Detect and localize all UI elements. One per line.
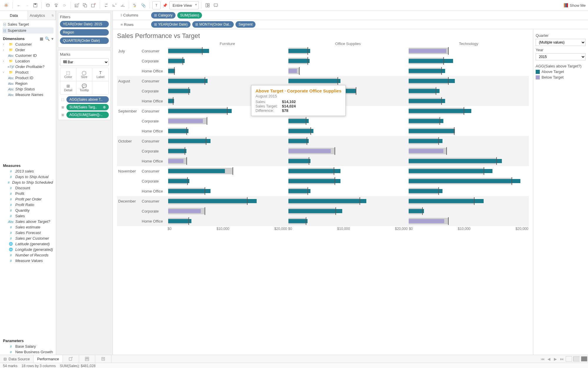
show-filmstrip-icon[interactable]	[573, 356, 580, 362]
bar-cell[interactable]	[288, 157, 409, 165]
new-datasource-icon[interactable]	[44, 1, 52, 9]
datasource-item[interactable]: ⌸Superstore	[2, 27, 54, 34]
field-quantity[interactable]: #Quantity	[0, 208, 56, 213]
group-icon[interactable]: 📎	[140, 1, 147, 9]
bar-cell[interactable]	[409, 157, 529, 165]
viz-canvas[interactable]: Sales Performance vs Target FurnitureOff…	[113, 29, 533, 355]
field-order[interactable]: ›📁Order	[0, 47, 56, 53]
tab-data[interactable]: Data	[0, 11, 28, 20]
highlight-icon[interactable]	[131, 1, 139, 9]
bar-cell[interactable]	[409, 147, 529, 155]
bar-cell[interactable]	[288, 177, 409, 185]
shelf-pill[interactable]: SUM(Sales)	[177, 12, 202, 19]
bar-cell[interactable]	[288, 57, 409, 65]
show-me-button[interactable]: Show Me	[564, 3, 586, 8]
bar-cell[interactable]	[168, 57, 288, 65]
last-sheet-icon[interactable]: ⏭	[559, 357, 565, 361]
clear-sheet-icon[interactable]: ×	[90, 1, 97, 9]
field-location[interactable]: ›📁Location	[0, 58, 56, 64]
field-longitude-generated-[interactable]: 🌐Longitude (generated)	[0, 247, 56, 252]
datasource-item[interactable]: ⌸Sales Target	[2, 21, 54, 27]
show-sorter-icon[interactable]	[581, 356, 587, 362]
bar-cell[interactable]	[409, 127, 529, 135]
label-icon[interactable]: T	[152, 1, 161, 9]
bar-cell[interactable]	[168, 47, 288, 55]
fit-select[interactable]: Entire View	[169, 1, 199, 9]
forward-arrow-icon[interactable]: →	[23, 1, 31, 9]
filter-pill[interactable]: YEAR(Order Date): 2015	[60, 21, 109, 27]
bar-cell[interactable]	[168, 137, 288, 145]
first-sheet-icon[interactable]: ⏮	[539, 357, 546, 361]
marks-size[interactable]: ◯Size	[76, 68, 93, 81]
shelf-pill[interactable]: Segment	[235, 21, 255, 28]
filter-pill[interactable]: Region	[60, 29, 109, 36]
field-measure-values[interactable]: #Measure Values	[0, 258, 56, 263]
menu-icon[interactable]: ▾	[51, 37, 54, 41]
presentation-icon[interactable]	[212, 1, 220, 9]
new-dashboard-icon[interactable]	[79, 355, 95, 363]
bar-cell[interactable]	[168, 167, 288, 175]
tab-analytics[interactable]: Analytics⇅	[28, 11, 56, 20]
swap-icon[interactable]	[102, 1, 110, 9]
bar-cell[interactable]	[409, 167, 529, 175]
bar-cell[interactable]	[409, 187, 529, 195]
view-icon[interactable]: ▦	[40, 37, 43, 41]
bar-cell[interactable]	[288, 67, 409, 75]
bar-cell[interactable]	[288, 217, 409, 225]
field-measure-names[interactable]: AbcMeasure Names	[0, 92, 56, 97]
sort-desc-icon[interactable]	[119, 1, 126, 9]
pause-updates-icon[interactable]	[52, 1, 60, 9]
bar-cell[interactable]	[288, 127, 409, 135]
quarter-filter[interactable]: (Multiple values)	[536, 39, 586, 46]
legend-item[interactable]: Above Target	[536, 69, 586, 74]
bar-cell[interactable]	[168, 67, 288, 75]
refresh-icon[interactable]: ⟳	[61, 1, 68, 9]
field-customer-id[interactable]: AbcCustomer ID	[0, 53, 56, 58]
save-icon[interactable]	[31, 1, 39, 9]
bar-cell[interactable]	[168, 157, 288, 165]
field-profit[interactable]: #Profit	[0, 191, 56, 196]
filter-pill[interactable]: QUARTER(Order Date)	[60, 37, 109, 44]
back-arrow-icon[interactable]: ←	[15, 1, 23, 9]
field-sales-forecast[interactable]: #Sales Forecast	[0, 230, 56, 236]
next-sheet-icon[interactable]: ▶	[552, 357, 559, 361]
marks-label[interactable]: TLabel	[92, 68, 108, 81]
field-customer[interactable]: ›📁Customer	[0, 42, 56, 47]
datasource-tab[interactable]: ⊟Data Source	[0, 355, 34, 363]
shelf-pill[interactable]: ⊞MONTH(Order Dat..	[192, 21, 234, 28]
bar-cell[interactable]	[288, 187, 409, 195]
sheet-tab-performance[interactable]: Performance	[34, 355, 63, 363]
cards-icon[interactable]	[204, 1, 211, 9]
field-product-id[interactable]: AbcProduct ID	[0, 75, 56, 81]
marks-tooltip[interactable]: 💬Tooltip	[76, 81, 93, 94]
bar-cell[interactable]	[409, 77, 529, 85]
sort-asc-icon[interactable]	[111, 1, 118, 9]
prev-sheet-icon[interactable]: ◀	[546, 357, 552, 361]
bar-cell[interactable]	[288, 197, 409, 205]
field-sales-per-customer[interactable]: #Sales per Customer	[0, 236, 56, 241]
field-product[interactable]: ›📁Product	[0, 69, 56, 75]
columns-shelf[interactable]: ⦀Columns ⊞CategorySUM(Sales)	[113, 11, 588, 20]
field-days-to-ship-scheduled[interactable]: #Days to Ship Scheduled	[0, 180, 56, 185]
field-2013-sales[interactable]: #2013 sales	[0, 168, 56, 174]
field-latitude-generated-[interactable]: 🌐Latitude (generated)	[0, 241, 56, 247]
field-discount[interactable]: #Discount	[0, 185, 56, 191]
new-worksheet-icon[interactable]: +	[63, 355, 79, 363]
field-profit-per-order[interactable]: #Profit per Order	[0, 196, 56, 202]
bar-cell[interactable]	[168, 127, 288, 135]
new-sheet-icon[interactable]: +	[73, 1, 81, 9]
shelf-pill[interactable]: ⊞YEAR(Order Date)	[151, 21, 191, 28]
field-number-of-records[interactable]: #Number of Records	[0, 252, 56, 258]
bar-cell[interactable]	[409, 137, 529, 145]
bar-cell[interactable]	[288, 77, 409, 85]
mark-type-select[interactable]: 𝗹𝗹𝗹 Bar	[60, 58, 109, 66]
field-ship-status[interactable]: AbcShip Status	[0, 86, 56, 92]
marks-pill[interactable]: AGG(SUM([Sales])-..	[66, 112, 109, 118]
bar-cell[interactable]	[409, 197, 529, 205]
marks-pill[interactable]: AGG(Sales above T..	[66, 96, 109, 103]
bar-cell[interactable]	[288, 167, 409, 175]
duplicate-sheet-icon[interactable]	[81, 1, 89, 9]
legend-item[interactable]: Below Target	[536, 75, 586, 79]
field-sales-estimate[interactable]: #Sales estimate	[0, 224, 56, 230]
bar-cell[interactable]	[168, 217, 288, 225]
